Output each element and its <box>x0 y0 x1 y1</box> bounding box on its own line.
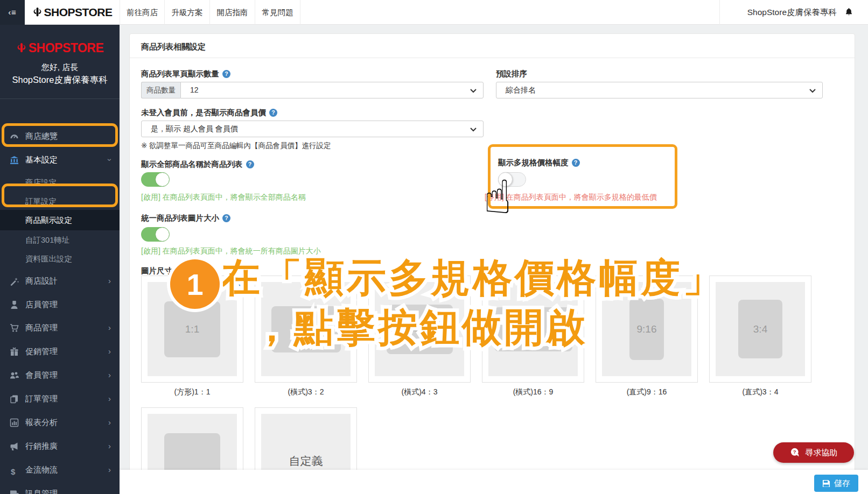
sort-select[interactable]: 綜合排名 <box>496 82 823 98</box>
sidebar-item-label: 自訂301轉址 <box>25 232 69 248</box>
gift-icon <box>10 347 19 356</box>
dollar-icon: $ <box>11 464 15 480</box>
img-size-preview: 3:4 <box>716 282 805 376</box>
chevron-right-icon: › <box>108 367 111 383</box>
sidebar-item-label: 報表分析 <box>25 414 58 431</box>
step-1-badge: 1 <box>170 259 220 309</box>
member-price-note: ※ 欲調整單一商品可至商品編輯內【商品會員價】進行設定 <box>141 141 331 151</box>
sidebar-divider <box>0 98 120 99</box>
img-size-label: 圖片尺寸 <box>141 266 172 276</box>
bank-icon <box>10 156 19 165</box>
chevron-right-icon: › <box>108 462 111 478</box>
chat-icon <box>10 489 19 494</box>
sidebar-item-store-design[interactable]: 商店設計 › <box>0 273 120 289</box>
topnav-store-guide[interactable]: 開店指南 <box>210 0 255 25</box>
topnav-faq[interactable]: 常見問題 <box>255 0 300 25</box>
chevron-down-icon <box>470 89 477 93</box>
img-size-caption: (橫式)4：3 <box>368 387 471 397</box>
custom-size-label: 自定義 <box>289 454 323 469</box>
help-icon[interactable]: ? <box>246 160 254 168</box>
save-button[interactable]: 儲存 <box>814 475 858 492</box>
members-icon <box>10 371 19 380</box>
gauge-icon <box>10 132 19 141</box>
topbar-logo-text: SHOPSTORE <box>44 6 113 19</box>
show-names-label-text: 顯示全部商品名稱於商品列表 <box>141 160 243 168</box>
chevron-right-icon: › <box>108 343 111 359</box>
hand-cursor-icon: ☝ <box>484 170 512 224</box>
sidebar-logo: SHOPSTORE <box>0 41 120 55</box>
orders-icon <box>10 394 19 404</box>
img-size-caption: (直式)9：16 <box>596 387 698 397</box>
toggle-uniform-img-size[interactable] <box>141 227 169 242</box>
chevron-right-icon: › <box>108 391 111 407</box>
sidebar-collapse-icon[interactable]: ‹≡ <box>0 0 25 25</box>
topnav: 前往商店 升級方案 開店指南 常見問題 <box>120 0 300 25</box>
sidebar-item-payment-logistics[interactable]: $ 金流物流 › <box>0 462 120 478</box>
multi-spec-label-text: 顯示多規格價格幅度 <box>498 158 569 167</box>
magic-wand-icon <box>10 277 19 286</box>
help-icon[interactable]: ? <box>269 109 277 117</box>
notification-bell-icon[interactable] <box>844 7 854 18</box>
chevron-right-icon: › <box>108 273 111 289</box>
save-floppy-icon <box>822 479 830 488</box>
sidebar-greeting: 您好, 店長 <box>0 62 120 73</box>
ratio-rect: 3:4 <box>738 300 782 358</box>
sidebar-item-member-management[interactable]: 會員管理 › <box>0 367 120 383</box>
sort-label: 預設排序 <box>496 69 527 79</box>
help-icon[interactable]: ? <box>572 159 580 167</box>
sidebar-item-message-management[interactable]: 訊息管理 <box>0 485 120 494</box>
sidebar-logo-text: SHOPSTORE <box>29 41 104 55</box>
qty-label: 商品列表單頁顯示數量? <box>141 69 230 79</box>
sidebar-item-label: 商店總覽 <box>25 128 58 144</box>
shopstore-mark-icon <box>32 6 43 19</box>
sidebar-item-label: 行銷推廣 <box>25 438 58 454</box>
sidebar-item-clerk-management[interactable]: 店員管理 <box>0 297 120 313</box>
topnav-upgrade-plan[interactable]: 升級方案 <box>165 0 210 25</box>
sidebar: SHOPSTORE 您好, 店長 ShopStore皮膚保養專科 商店總覽 基本… <box>0 25 120 494</box>
account-name[interactable]: ShopStore皮膚保養專科 <box>747 7 837 18</box>
topnav-go-to-store[interactable]: 前往商店 <box>120 0 165 25</box>
sidebar-item-store-settings[interactable]: 商店設定 <box>0 174 120 190</box>
topbar: ‹≡ SHOPSTORE 前往商店 升級方案 開店指南 常見問題 ShopSto… <box>0 0 868 25</box>
chevron-down-icon <box>809 89 816 93</box>
sidebar-item-basic-settings[interactable]: 基本設定 › <box>0 152 120 168</box>
sidebar-item-product-display-settings[interactable]: 商品顯示設定 <box>0 212 120 228</box>
sidebar-item-custom-301-redirect[interactable]: 自訂301轉址 <box>0 232 120 248</box>
toggle-knob <box>155 172 170 187</box>
card-title: 商品列表相關設定 <box>141 42 206 52</box>
help-icon[interactable]: ? <box>222 70 230 78</box>
chevron-right-icon: › <box>108 414 111 431</box>
sidebar-item-product-management[interactable]: 商品管理 › <box>0 320 120 336</box>
megaphone-icon <box>10 442 19 451</box>
qty-select[interactable]: 12 <box>180 82 484 98</box>
img-size-caption: (橫式)3：2 <box>255 387 357 397</box>
help-icon[interactable]: ? <box>222 214 230 222</box>
topbar-logo[interactable]: SHOPSTORE <box>25 0 120 25</box>
sidebar-item-label: 訂單設定 <box>25 193 57 209</box>
sidebar-item-data-export-settings[interactable]: 資料匯出設定 <box>0 251 120 267</box>
sidebar-item-order-settings[interactable]: 訂單設定 <box>0 193 120 209</box>
member-price-label-text: 未登入會員前，是否顯示商品會員價 <box>141 108 266 117</box>
member-price-label: 未登入會員前，是否顯示商品會員價? <box>141 108 277 118</box>
seek-help-label: 尋求協助 <box>806 448 838 458</box>
sidebar-item-report-analysis[interactable]: 報表分析 › <box>0 414 120 431</box>
member-price-select[interactable]: 是，顯示 超人會員 會員價 <box>141 121 484 137</box>
img-size-caption: (方形)1：1 <box>141 387 243 397</box>
chevron-right-icon: › <box>108 438 111 454</box>
chat-question-icon: ? <box>790 448 801 458</box>
seek-help-button[interactable]: ? 尋求協助 <box>773 442 854 463</box>
cart-icon <box>10 323 19 333</box>
sidebar-item-label: 促銷管理 <box>25 343 58 359</box>
sidebar-item-marketing-promotion[interactable]: 行銷推廣 › <box>0 438 120 454</box>
annotation-line-2: ，點擊按鈕做開啟 <box>252 301 588 355</box>
sidebar-item-promotion-management[interactable]: 促銷管理 › <box>0 343 120 359</box>
sidebar-item-label: 基本設定 <box>25 152 58 168</box>
member-price-select-value: 是，顯示 超人會員 會員價 <box>151 124 238 133</box>
sidebar-item-order-management[interactable]: 訂單管理 › <box>0 391 120 407</box>
sort-select-value: 綜合排名 <box>506 86 536 94</box>
qty-addon-label: 商品數量 <box>141 82 180 98</box>
toggle-knob <box>155 227 170 242</box>
qty-label-text: 商品列表單頁顯示數量 <box>141 69 219 78</box>
toggle-show-all-names[interactable] <box>141 172 169 187</box>
sidebar-item-store-overview[interactable]: 商店總覽 <box>0 128 120 144</box>
